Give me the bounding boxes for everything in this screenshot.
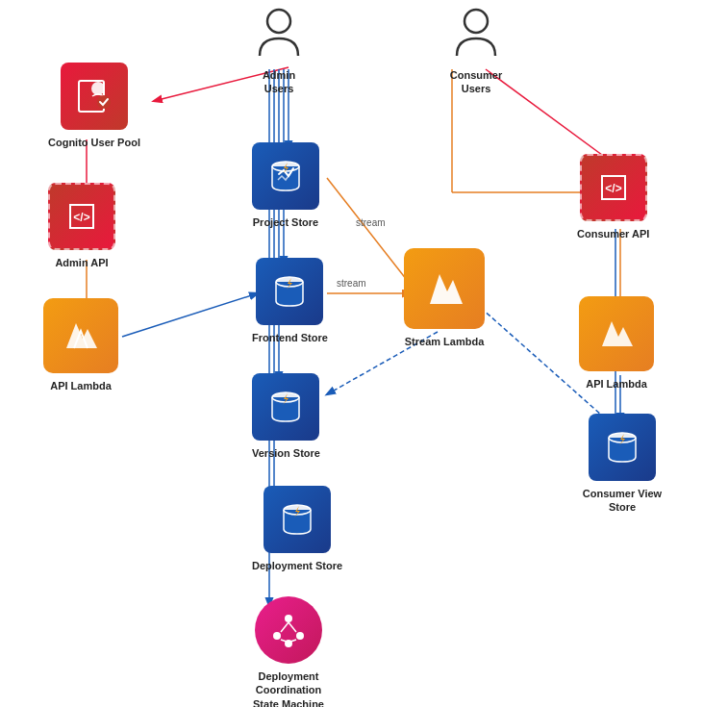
project-store-icon bbox=[252, 142, 319, 210]
admin-users-icon bbox=[250, 5, 308, 63]
frontend-store-icon bbox=[256, 258, 323, 325]
svg-line-23 bbox=[290, 640, 296, 642]
consumer-api-label: Consumer API bbox=[577, 227, 649, 240]
cognito-user-pool-label: Cognito User Pool bbox=[48, 136, 140, 149]
api-lambda-left-icon bbox=[43, 298, 118, 373]
api-lambda-left-node: API Lambda bbox=[43, 298, 118, 392]
admin-users-node: Admin Users bbox=[250, 5, 308, 96]
version-store-node: Version Store bbox=[252, 373, 320, 460]
consumer-api-node: </> Consumer API bbox=[577, 154, 649, 240]
api-lambda-right-label: API Lambda bbox=[586, 377, 647, 391]
stream-lambda-icon bbox=[404, 248, 485, 329]
svg-point-3 bbox=[464, 10, 488, 33]
svg-point-5 bbox=[91, 82, 105, 95]
svg-point-18 bbox=[296, 632, 304, 640]
api-lambda-right-node: API Lambda bbox=[579, 296, 654, 391]
svg-text:</>: </> bbox=[73, 211, 89, 224]
project-store-label: Project Store bbox=[253, 215, 318, 229]
stream-lambda-node: Stream Lambda bbox=[404, 248, 485, 348]
stream-lambda-label: Stream Lambda bbox=[405, 335, 485, 348]
svg-text:stream: stream bbox=[356, 217, 386, 228]
frontend-store-node: Frontend Store bbox=[252, 258, 328, 344]
deployment-coord-label: Deployment Coordination State Machine bbox=[236, 669, 341, 707]
api-lambda-right-icon bbox=[579, 296, 654, 371]
frontend-store-label: Frontend Store bbox=[252, 331, 328, 344]
admin-api-icon: </> bbox=[48, 183, 115, 250]
svg-line-21 bbox=[289, 622, 296, 632]
deployment-store-icon bbox=[264, 486, 331, 553]
cognito-icon bbox=[61, 63, 128, 130]
svg-text:stream: stream bbox=[337, 278, 366, 289]
svg-text:</>: </> bbox=[605, 182, 621, 195]
cognito-user-pool-node: Cognito User Pool bbox=[48, 63, 140, 149]
deployment-coord-icon bbox=[255, 596, 322, 664]
consumer-users-label: Consumer Users bbox=[450, 68, 502, 96]
svg-point-2 bbox=[267, 10, 290, 33]
consumer-users-icon bbox=[447, 5, 505, 63]
consumer-view-store-label: Consumer View Store bbox=[569, 487, 675, 515]
consumer-view-store-node: Consumer View Store bbox=[569, 414, 675, 515]
deployment-store-label: Deployment Store bbox=[252, 559, 342, 572]
consumer-api-icon: </> bbox=[580, 154, 647, 221]
admin-api-node: </> Admin API bbox=[48, 183, 115, 269]
architecture-diagram: stream stream Admin Users bbox=[0, 0, 728, 707]
svg-point-16 bbox=[285, 615, 292, 622]
api-lambda-left-label: API Lambda bbox=[50, 379, 112, 392]
deployment-store-node: Deployment Store bbox=[252, 486, 342, 572]
consumer-view-store-icon bbox=[589, 414, 656, 481]
svg-line-22 bbox=[281, 640, 287, 642]
consumer-users-node: Consumer Users bbox=[447, 5, 505, 96]
project-store-node: Project Store bbox=[252, 142, 319, 229]
version-store-icon bbox=[252, 373, 319, 441]
deployment-coord-node: Deployment Coordination State Machine bbox=[236, 596, 341, 707]
admin-users-label: Admin Users bbox=[263, 68, 295, 96]
admin-api-label: Admin API bbox=[55, 256, 108, 269]
svg-point-17 bbox=[273, 632, 281, 640]
version-store-label: Version Store bbox=[252, 446, 320, 460]
svg-line-20 bbox=[281, 622, 289, 632]
